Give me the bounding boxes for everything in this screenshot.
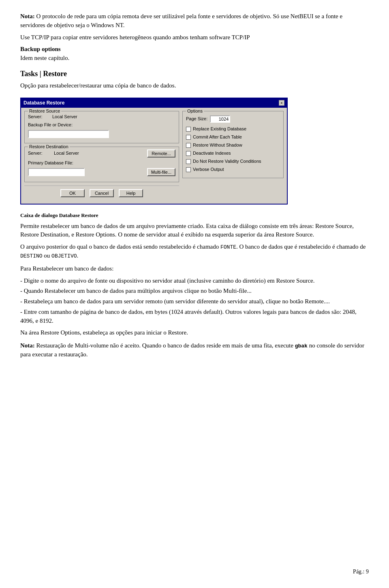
checkbox-verbose: Verbose Output bbox=[186, 166, 280, 173]
deactivate-checkbox[interactable] bbox=[186, 151, 191, 156]
options-group: Options Page Size: 1024 Replace Existing… bbox=[182, 111, 284, 178]
replace-checkbox[interactable] bbox=[186, 127, 191, 132]
primary-db-input[interactable] bbox=[28, 168, 85, 176]
section-title: Tasks | Restore bbox=[20, 68, 369, 79]
titlebar-buttons: × bbox=[279, 100, 284, 106]
intro-para1: Nota: O protocolo de rede para um cópia … bbox=[20, 12, 369, 30]
dest-server-value: Local Server bbox=[54, 150, 79, 157]
page-size-input[interactable]: 1024 bbox=[210, 115, 230, 123]
help-button[interactable]: Help bbox=[119, 189, 143, 197]
verbose-label: Verbose Output bbox=[193, 166, 224, 173]
instruction-item-1: Digite o nome do arquivo de fonte ou dis… bbox=[20, 277, 369, 285]
server-label: Server: bbox=[28, 114, 52, 120]
checkbox-replace: Replace Existing Database bbox=[186, 126, 280, 132]
dialog-box: Database Restore × Restore Source Server… bbox=[20, 98, 288, 205]
dest-server-row: Server: Local Server Remote... bbox=[28, 149, 175, 158]
validity-checkbox[interactable] bbox=[186, 159, 191, 164]
nota-label: Nota: bbox=[20, 13, 35, 19]
restore-source-label: Restore Source bbox=[28, 108, 61, 115]
ok-button[interactable]: OK bbox=[60, 189, 85, 197]
server-value: Local Server bbox=[52, 114, 77, 120]
caption-para1: Permite restabelecer um banco de dados d… bbox=[20, 222, 369, 240]
checkbox-commit: Commit After Each Table bbox=[186, 134, 280, 141]
restore-options-note: Na área Restore Options, estabeleça as o… bbox=[20, 328, 369, 337]
shadow-checkbox[interactable] bbox=[186, 143, 191, 148]
caption-para2: O arquivo posterior do qual o banco de d… bbox=[20, 243, 369, 260]
restore-source-group: Restore Source Server: Local Server Back… bbox=[24, 111, 179, 143]
backup-device-row: Backup File or Device: bbox=[28, 122, 175, 128]
cancel-button[interactable]: Cancel bbox=[90, 189, 114, 197]
dialog-wrapper: Database Restore × Restore Source Server… bbox=[20, 98, 369, 205]
gbak-word: gbak bbox=[295, 343, 308, 349]
close-button[interactable]: × bbox=[279, 100, 284, 106]
dialog-title: Database Restore bbox=[24, 100, 64, 107]
instructions-list: Digite o nome do arquivo de fonte ou dis… bbox=[20, 277, 369, 326]
validity-label: Do Not Restore Validity Conditions bbox=[193, 158, 261, 165]
intro-text1: O protocolo de rede para um cópia remota… bbox=[20, 13, 342, 28]
instructions-intro: Para Restabelecer um banco de dados: bbox=[20, 264, 369, 273]
dialog-right: Options Page Size: 1024 Replace Existing… bbox=[182, 111, 284, 200]
backup-file-input[interactable] bbox=[28, 130, 109, 138]
checkbox-shadow: Restore Without Shadow bbox=[186, 142, 280, 149]
remote-button[interactable]: Remote... bbox=[147, 149, 175, 158]
dialog-footer: OK Cancel Help bbox=[24, 185, 179, 200]
shadow-label: Restore Without Shadow bbox=[193, 142, 242, 149]
instruction-item-3: Restabeleça um banco de dados para um se… bbox=[20, 297, 369, 306]
replace-label: Replace Existing Database bbox=[193, 126, 246, 132]
final-nota-label: Nota: bbox=[20, 342, 35, 349]
final-note-text1: Restauração de Multi-volume não é aceito… bbox=[36, 342, 295, 349]
commit-checkbox[interactable] bbox=[186, 135, 191, 140]
verbose-checkbox[interactable] bbox=[186, 167, 191, 172]
server-row: Server: Local Server bbox=[28, 114, 175, 120]
instruction-item-2: Quando Restabelecer um banco de dados pa… bbox=[20, 287, 369, 296]
backup-input-row bbox=[28, 130, 175, 138]
dialog-left: Restore Source Server: Local Server Back… bbox=[24, 111, 179, 200]
commit-label: Commit After Each Table bbox=[193, 134, 242, 141]
page-size-label: Page Size: bbox=[186, 116, 207, 122]
caption-title: Caixa de dialogo Database Restore bbox=[20, 212, 369, 219]
final-note: Nota: Restauração de Multi-volume não é … bbox=[20, 341, 369, 359]
checkbox-deactivate: Deactivate Indexes bbox=[186, 150, 280, 157]
checkbox-validity: Do Not Restore Validity Conditions bbox=[186, 158, 280, 165]
backup-device-label: Backup File or Device: bbox=[28, 122, 81, 128]
dialog-body: Restore Source Server: Local Server Back… bbox=[21, 108, 287, 204]
primary-db-row: Primary Database File: bbox=[28, 160, 175, 166]
dialog-titlebar: Database Restore × bbox=[21, 98, 287, 108]
primary-db-label: Primary Database File: bbox=[28, 160, 73, 166]
backup-options: Backup options Idem neste capítulo. bbox=[20, 45, 369, 63]
options-label: Options bbox=[186, 108, 204, 115]
dest-server-label: Server: bbox=[28, 150, 52, 157]
backup-options-text: Idem neste capítulo. bbox=[20, 55, 69, 61]
page-number: Pág.: 9 bbox=[353, 568, 369, 576]
dest-input-row: Multi-file... bbox=[28, 168, 175, 176]
multifile-button[interactable]: Multi-file... bbox=[147, 168, 175, 176]
section-description: Opção para restabelecer/restaurar uma có… bbox=[20, 81, 369, 90]
instruction-item-4: Entre com tamanho de página de banco de … bbox=[20, 308, 369, 326]
deactivate-label: Deactivate Indexes bbox=[193, 150, 231, 157]
backup-options-label: Backup options bbox=[20, 46, 61, 52]
intro-para2: Use TCP/IP para copiar entre servidores … bbox=[20, 33, 369, 42]
page-size-row: Page Size: 1024 bbox=[186, 115, 280, 123]
page-content: Nota: O protocolo de rede para um cópia … bbox=[20, 12, 369, 359]
restore-destination-group: Restore Destination Server: Local Server… bbox=[24, 147, 179, 182]
restore-dest-label: Restore Destination bbox=[28, 144, 70, 150]
